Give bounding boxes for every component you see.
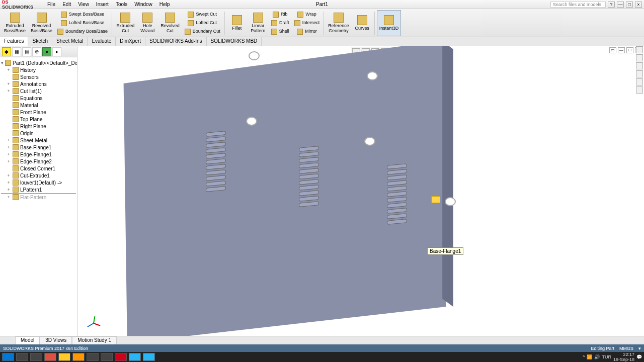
- tree-item[interactable]: Right Plane: [1, 123, 76, 130]
- tree-item[interactable]: Front Plane: [1, 109, 76, 116]
- search-icon[interactable]: [16, 353, 28, 361]
- menu-file[interactable]: File: [44, 2, 58, 7]
- task-view-icon[interactable]: [30, 353, 42, 361]
- tab-addins[interactable]: SOLIDWORKS Add-Ins: [145, 37, 206, 46]
- mail-icon[interactable]: [101, 353, 113, 361]
- maximize-button[interactable]: □: [626, 2, 633, 8]
- tab-sketch[interactable]: Sketch: [28, 37, 52, 46]
- tab-mbd[interactable]: SOLIDWORKS MBD: [207, 37, 262, 46]
- lofted-cut-button[interactable]: Lofted Cut: [183, 19, 222, 27]
- menu-view[interactable]: View: [75, 2, 92, 7]
- reference-geometry-button[interactable]: Reference Geometry: [326, 10, 351, 36]
- tree-item[interactable]: +Flat-Pattern: [1, 194, 76, 201]
- louver-group-2[interactable]: [299, 147, 319, 206]
- tray-time[interactable]: 22:17: [623, 352, 634, 357]
- property-manager-tab[interactable]: ▦: [12, 47, 21, 56]
- status-units[interactable]: MMGS: [619, 346, 633, 351]
- panel-expand-button[interactable]: ▸: [52, 47, 61, 56]
- menu-help[interactable]: Help: [156, 2, 173, 7]
- tree-item[interactable]: Origin: [1, 130, 76, 137]
- swept-cut-button[interactable]: Swept Cut: [183, 11, 222, 19]
- menu-window[interactable]: Window: [131, 2, 155, 7]
- tree-item[interactable]: +History: [1, 66, 76, 73]
- tree-item[interactable]: Top Plane: [1, 116, 76, 123]
- tab-dimxpert[interactable]: DimXpert: [116, 37, 145, 46]
- extruded-cut-button[interactable]: Extruded Cut: [114, 10, 136, 36]
- tree-item[interactable]: Sensors: [1, 73, 76, 80]
- lofted-boss-button[interactable]: Lofted Boss/Base: [55, 19, 110, 27]
- app2-taskbar-icon[interactable]: [143, 353, 155, 361]
- louver-group-3[interactable]: [387, 164, 407, 224]
- linear-pattern-button[interactable]: Linear Pattern: [248, 10, 268, 36]
- store-icon[interactable]: [87, 353, 99, 361]
- intersect-button[interactable]: Intersect: [292, 19, 322, 27]
- start-button[interactable]: [2, 353, 14, 361]
- tab-evaluate[interactable]: Evaluate: [88, 37, 116, 46]
- resources-tab-icon[interactable]: [636, 46, 643, 53]
- tree-item[interactable]: Material: [1, 102, 76, 109]
- tree-item[interactable]: +Edge-Flange2: [1, 158, 76, 165]
- tab-model[interactable]: Model: [15, 336, 40, 344]
- tray-network-icon[interactable]: 📶: [587, 354, 592, 359]
- search-input[interactable]: Search files and models: [550, 2, 606, 8]
- tray-up-icon[interactable]: ^: [583, 354, 585, 359]
- viewport-minimize-icon[interactable]: —: [618, 47, 625, 53]
- appearances-icon[interactable]: [636, 78, 643, 85]
- view-palette-icon[interactable]: [636, 70, 643, 77]
- model-body[interactable]: [113, 46, 475, 336]
- tree-item[interactable]: Equations: [1, 95, 76, 102]
- hole-wizard-button[interactable]: Hole Wizard: [137, 10, 157, 36]
- tree-item[interactable]: +LPattern1: [1, 186, 76, 194]
- tree-item[interactable]: +Cut-Extrude1: [1, 172, 76, 179]
- extruded-boss-button[interactable]: Extruded Boss/Base: [2, 10, 28, 36]
- wrap-button[interactable]: Wrap: [292, 11, 322, 19]
- minimize-button[interactable]: —: [617, 2, 624, 8]
- menu-edit[interactable]: Edit: [59, 2, 74, 7]
- revolved-cut-button[interactable]: Revolved Cut: [158, 10, 182, 36]
- dimxpert-manager-tab[interactable]: ⊕: [32, 47, 41, 56]
- close-button[interactable]: ×: [635, 2, 642, 8]
- design-library-icon[interactable]: [636, 54, 643, 61]
- custom-properties-icon[interactable]: [636, 86, 643, 94]
- revolved-boss-button[interactable]: Revolved Boss/Base: [29, 10, 54, 36]
- orientation-triad[interactable]: [88, 316, 103, 331]
- viewport-maximize-icon[interactable]: □: [626, 47, 633, 53]
- shell-button[interactable]: Shell: [269, 28, 291, 36]
- tab-sheet-metal[interactable]: Sheet Metal: [52, 37, 88, 46]
- tab-features[interactable]: Features: [0, 37, 28, 46]
- tab-3d-views[interactable]: 3D Views: [40, 336, 72, 344]
- louver-group-1[interactable]: [206, 132, 226, 191]
- menu-tools[interactable]: Tools: [113, 2, 130, 7]
- solidworks-taskbar-icon[interactable]: [115, 353, 127, 361]
- sublime-icon[interactable]: [72, 353, 85, 361]
- tree-item[interactable]: +Cut list(1): [1, 87, 76, 95]
- file-explorer-icon[interactable]: [636, 62, 643, 69]
- app-taskbar-icon[interactable]: [129, 353, 141, 361]
- tree-item[interactable]: +Edge-Flange1: [1, 151, 76, 158]
- curves-button[interactable]: Curves: [352, 10, 372, 36]
- boundary-boss-button[interactable]: Boundary Boss/Base: [55, 28, 110, 36]
- tree-item[interactable]: +Sheet-Metal: [1, 137, 76, 144]
- graphics-viewport[interactable]: ▭ — □ × Base-Flange1: [77, 46, 644, 336]
- tree-item[interactable]: +Annotations: [1, 80, 76, 87]
- mirror-button[interactable]: Mirror: [292, 28, 322, 36]
- feature-manager-tab[interactable]: ◆: [2, 47, 11, 56]
- chrome-icon[interactable]: [44, 353, 56, 361]
- boundary-cut-button[interactable]: Boundary Cut: [183, 28, 222, 36]
- tray-volume-icon[interactable]: 🔊: [594, 354, 600, 359]
- configuration-manager-tab[interactable]: ▤: [22, 47, 31, 56]
- notifications-icon[interactable]: 💬: [636, 354, 642, 359]
- tree-item[interactable]: +Base-Flange1: [1, 144, 76, 151]
- tree-root[interactable]: ▾Part1 (Default<<Default>_Display State: [1, 59, 76, 66]
- help-icon[interactable]: ?: [608, 2, 615, 8]
- rib-button[interactable]: Rib: [269, 11, 291, 19]
- viewport-layout-icon[interactable]: ▭: [609, 47, 616, 53]
- instant3d-button[interactable]: Instant3D: [377, 10, 401, 36]
- tray-language[interactable]: TUR: [602, 354, 611, 359]
- menu-insert[interactable]: Insert: [93, 2, 112, 7]
- fillet-button[interactable]: Fillet: [227, 10, 247, 36]
- file-explorer-taskbar-icon[interactable]: [58, 353, 70, 361]
- tree-item[interactable]: +louver1(Default) ->: [1, 179, 76, 186]
- swept-boss-button[interactable]: Swept Boss/Base: [55, 11, 110, 19]
- tree-item[interactable]: Closed Corner1: [1, 165, 76, 172]
